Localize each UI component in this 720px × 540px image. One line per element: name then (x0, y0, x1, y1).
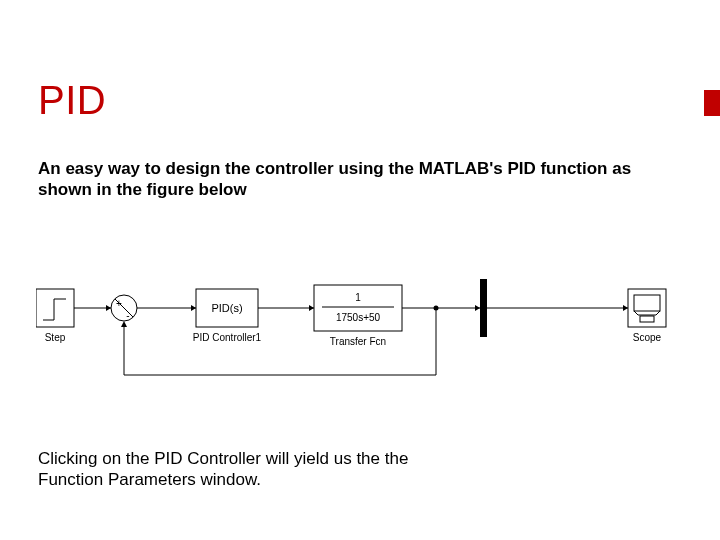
transfer-fcn-block: 1 1750s+50 Transfer Fcn (314, 285, 402, 347)
tf-numerator: 1 (355, 292, 361, 303)
accent-bar (704, 90, 720, 116)
mux-bar (480, 279, 487, 337)
tf-denominator: 1750s+50 (336, 312, 381, 323)
arrow-step-to-sum (74, 305, 111, 311)
pid-block-text: PID(s) (211, 302, 242, 314)
svg-marker-9 (309, 305, 314, 311)
scope-label: Scope (633, 332, 662, 343)
sum-minus: - (126, 310, 129, 321)
svg-rect-18 (640, 316, 654, 322)
arrow-mux-to-scope (487, 305, 628, 311)
svg-marker-2 (106, 305, 111, 311)
svg-marker-13 (475, 305, 480, 311)
outro-text: Clicking on the PID Controller will yiel… (38, 448, 458, 491)
arrow-sum-to-pid (137, 305, 196, 311)
slide-title: PID (38, 78, 106, 123)
pid-label: PID Controller1 (193, 332, 262, 343)
tf-label: Transfer Fcn (330, 336, 386, 347)
arrow-pid-to-tf (258, 305, 314, 311)
simulink-diagram: Step + - PID(s) P (36, 265, 686, 395)
arrow-tf-to-mux (402, 305, 480, 311)
slide: PID An easy way to design the controller… (0, 0, 720, 540)
svg-marker-22 (121, 321, 127, 327)
sum-junction: + - (111, 295, 137, 321)
svg-marker-6 (191, 305, 196, 311)
pid-block: PID(s) PID Controller1 (193, 289, 262, 343)
svg-rect-17 (634, 295, 660, 311)
sum-plus: + (116, 298, 122, 309)
intro-text: An easy way to design the controller usi… (38, 158, 658, 201)
svg-rect-0 (36, 289, 74, 327)
svg-marker-15 (623, 305, 628, 311)
scope-block: Scope (628, 289, 666, 343)
step-block: Step (36, 289, 74, 343)
step-label: Step (45, 332, 66, 343)
